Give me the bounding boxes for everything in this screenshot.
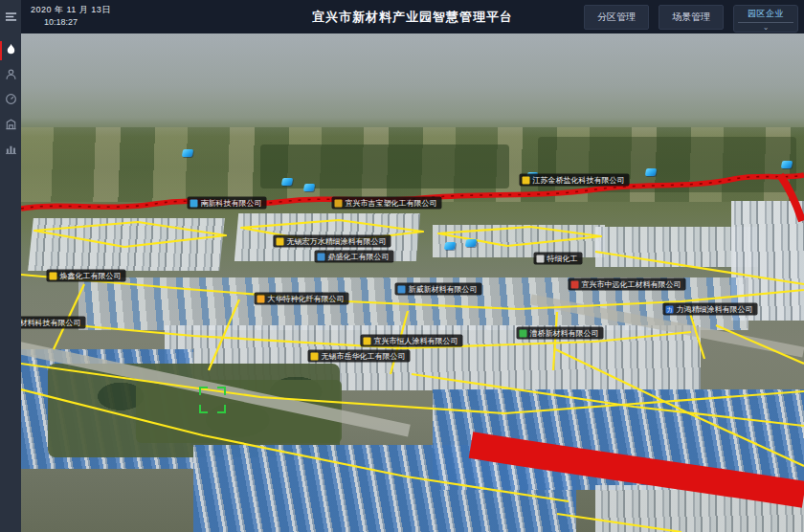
company-label[interactable]: 兴达塑胶材料科技有限公司 [21, 317, 86, 329]
sidebar-item-enterprise[interactable] [0, 113, 21, 138]
flame-icon [5, 42, 17, 59]
park-enterprise-dropdown[interactable]: 园区企业 ⌄ [733, 5, 798, 33]
factory-icon [537, 255, 545, 262]
blue-3d-marker[interactable] [781, 161, 793, 168]
company-label-text: 焕鑫化工有限公司 [60, 271, 122, 281]
dot-icon [311, 352, 319, 360]
blue-3d-marker[interactable] [444, 242, 456, 250]
dropdown-label: 园区企业 [738, 8, 793, 20]
flame-icon [257, 295, 265, 302]
company-label-text: 宜兴市恒人涂料有限公司 [374, 336, 458, 346]
company-label-text: 无锡市岳华化工有限公司 [322, 351, 406, 362]
company-label[interactable]: 力力鸿精细涂料有限公司 [663, 303, 758, 316]
menu-icon[interactable] [0, 4, 21, 29]
blue-3d-marker[interactable] [303, 184, 315, 191]
header-bar: 2020 年 11 月 13日 10:18:27 宜兴市新材料产业园智慧管理平台… [21, 0, 804, 33]
droplet-icon [277, 237, 284, 245]
zone-manage-button[interactable]: 分区管理 [584, 5, 649, 30]
company-label[interactable]: 南新科技有限公司 [188, 197, 267, 210]
shield-icon [571, 280, 579, 288]
company-label[interactable]: 漕桥新材料有限公司 [517, 327, 604, 340]
company-label[interactable]: 新威新材料有限公司 [395, 283, 482, 296]
blue-3d-marker[interactable] [182, 149, 193, 157]
gear-icon [50, 272, 57, 279]
company-label-text: 宜兴市吉宝塑化工有限公司 [346, 198, 437, 209]
chevron-down-icon: ⌄ [738, 23, 793, 32]
company-label[interactable]: 大华特种化纤有限公司 [255, 293, 349, 305]
building-icon [5, 117, 17, 134]
company-label[interactable]: 宜兴市中远化工材料有限公司 [569, 278, 686, 291]
sidebar-item-user[interactable] [0, 63, 21, 88]
leaf-icon [520, 329, 527, 337]
company-label-text: 宜兴市中远化工材料有限公司 [582, 279, 681, 290]
user-icon [318, 253, 325, 260]
dot-icon [398, 285, 406, 293]
company-label-text: 新威新材料有限公司 [409, 284, 478, 295]
building-icon [335, 199, 343, 207]
gauge-icon [5, 92, 17, 109]
sidebar-item-statistics[interactable] [0, 138, 21, 163]
company-label-text: 特细化工 [547, 254, 578, 264]
li-icon: 力 [666, 305, 674, 313]
flag-icon [523, 176, 530, 184]
sidebar [0, 0, 21, 532]
user-icon [5, 67, 17, 84]
company-label-text: 南新科技有限公司 [201, 198, 262, 209]
company-label[interactable]: 江苏金桥盐化科技有限公司 [520, 174, 630, 187]
droplet-icon [364, 337, 371, 344]
company-label[interactable]: 无锡宏万水精细涂料有限公司 [274, 235, 391, 248]
company-label-text: 无锡宏万水精细涂料有限公司 [287, 236, 387, 247]
company-label-text: 兴达塑胶材料科技有限公司 [21, 318, 81, 328]
company-label-text: 漕桥新材料有限公司 [530, 328, 599, 339]
sidebar-item-monitor[interactable] [0, 88, 21, 113]
header-actions: 分区管理 场景管理 园区企业 ⌄ [584, 5, 798, 33]
chart-icon [5, 142, 17, 159]
blue-3d-marker[interactable] [281, 178, 293, 186]
selection-reticle [199, 387, 226, 413]
company-label[interactable]: 鼎盛化工有限公司 [315, 251, 394, 263]
company-label-text: 鼎盛化工有限公司 [328, 252, 390, 262]
blue-3d-marker[interactable] [465, 239, 477, 247]
blue-3d-marker[interactable] [645, 168, 657, 176]
company-label[interactable]: 焕鑫化工有限公司 [47, 270, 126, 282]
company-label-text: 力鸿精细涂料有限公司 [677, 304, 753, 315]
app-window: 2020 年 11 月 13日 10:18:27 宜兴市新材料产业园智慧管理平台… [0, 0, 804, 532]
company-label[interactable]: 无锡市岳华化工有限公司 [308, 350, 411, 363]
company-label[interactable]: 特细化工 [534, 253, 583, 265]
company-label[interactable]: 宜兴市吉宝塑化工有限公司 [332, 197, 442, 210]
gear-icon [190, 199, 198, 207]
company-label-text: 江苏金桥盐化科技有限公司 [533, 175, 625, 186]
company-label-text: 大华特种化纤有限公司 [268, 294, 345, 304]
sidebar-item-fire[interactable] [0, 38, 21, 63]
map-3d-view[interactable]: 南新科技有限公司宜兴市吉宝塑化工有限公司无锡宏万水精细涂料有限公司鼎盛化工有限公… [21, 33, 804, 532]
scene-manage-button[interactable]: 场景管理 [659, 5, 724, 30]
company-label[interactable]: 宜兴市恒人涂料有限公司 [361, 335, 463, 347]
